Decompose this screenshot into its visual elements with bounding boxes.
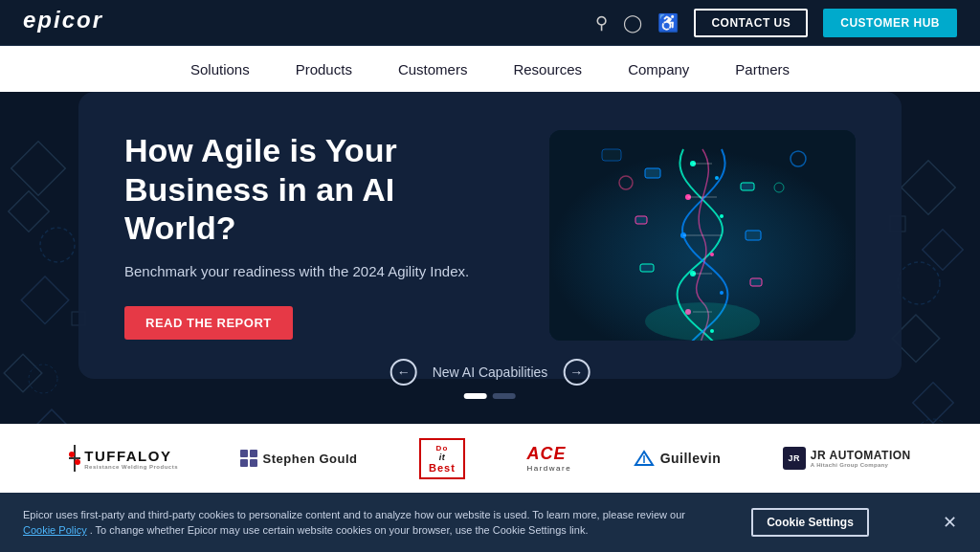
carousel-dots (464, 393, 516, 399)
svg-point-26 (720, 291, 724, 295)
carousel-next-button[interactable]: → (563, 359, 590, 386)
svg-rect-44 (602, 149, 621, 161)
svg-rect-35 (750, 278, 762, 286)
hero-title: How Agile is Your Business in an AI Worl… (124, 131, 511, 248)
svg-rect-32 (635, 216, 647, 224)
header: epicor ⚲ ◯ ♿ CONTACT US CUSTOMER HUB (0, 0, 980, 46)
hero-section: How Agile is Your Business in an AI Worl… (78, 92, 902, 379)
globe-icon[interactable]: ◯ (623, 12, 642, 33)
header-icons: ⚲ ◯ ♿ CONTACT US CUSTOMER HUB (595, 9, 957, 37)
read-report-button[interactable]: READ THE REPORT (124, 306, 293, 340)
carousel-section: ← New AI Capabilities → (390, 359, 590, 399)
nav-item-partners[interactable]: Partners (731, 46, 793, 92)
hero-card: How Agile is Your Business in an AI Worl… (78, 92, 902, 379)
carousel-dot-inactive[interactable] (493, 393, 516, 399)
svg-point-46 (645, 302, 760, 341)
svg-rect-52 (250, 450, 257, 457)
logo-text: epicor (23, 14, 128, 38)
svg-rect-34 (640, 264, 654, 272)
logo: epicor (23, 7, 128, 39)
svg-point-10 (40, 228, 75, 262)
svg-rect-6 (902, 161, 956, 215)
customer-hub-button[interactable]: CUSTOMER HUB (823, 9, 957, 37)
svg-point-22 (720, 214, 724, 218)
logo-do-it-best: Do it Best (419, 438, 465, 479)
svg-text:epicor: epicor (23, 7, 103, 33)
svg-rect-33 (746, 231, 761, 240)
svg-rect-3 (21, 276, 68, 323)
cookie-policy-link[interactable]: Cookie Policy (23, 524, 87, 536)
nav-item-company[interactable]: Company (624, 46, 693, 92)
nav-item-customers[interactable]: Customers (394, 46, 472, 92)
svg-rect-31 (741, 183, 754, 190)
carousel-controls: ← New AI Capabilities → (390, 359, 590, 386)
logo-guillevin: Guillevin (634, 450, 722, 467)
svg-point-11 (898, 262, 940, 304)
logo-tuffaloy: TUFFALOY Resistance Welding Products (69, 445, 178, 472)
logo-stephen-gould: Stephen Gould (240, 450, 358, 467)
contact-us-button[interactable]: CONTACT US (694, 9, 808, 37)
cookie-settings-button[interactable]: Cookie Settings (751, 508, 869, 537)
svg-point-20 (715, 176, 719, 180)
cookie-text: Epicor uses first-party and third-party … (23, 507, 693, 539)
nav-item-products[interactable]: Products (292, 46, 356, 92)
logo-jr-automation: JR JR AUTOMATION A Hitachi Group Company (783, 447, 911, 470)
hero-subtitle: Benchmark your readiness with the 2024 A… (124, 263, 511, 279)
svg-rect-1 (11, 142, 66, 196)
search-icon[interactable]: ⚲ (595, 12, 608, 33)
carousel-prev-button[interactable]: ← (390, 359, 417, 386)
nav-item-solutions[interactable]: Solutions (187, 46, 254, 92)
carousel-dot-active[interactable] (464, 393, 487, 399)
hero-image (549, 130, 856, 341)
cookie-banner: Epicor uses first-party and third-party … (0, 493, 980, 552)
svg-rect-53 (240, 459, 248, 467)
main-nav: Solutions Products Customers Resources C… (0, 46, 980, 92)
svg-rect-30 (645, 168, 660, 178)
svg-rect-4 (4, 354, 42, 392)
svg-rect-2 (9, 191, 49, 232)
svg-rect-51 (240, 450, 248, 457)
svg-point-50 (75, 459, 80, 465)
carousel-label: New AI Capabilities (433, 364, 548, 380)
svg-rect-9 (913, 383, 953, 423)
cookie-close-button[interactable]: ✕ (943, 512, 957, 533)
svg-point-12 (29, 364, 57, 393)
logos-bar: TUFFALOY Resistance Welding Products Ste… (0, 424, 980, 493)
svg-rect-54 (250, 459, 257, 467)
svg-point-49 (69, 452, 75, 457)
svg-point-24 (710, 253, 714, 256)
logo-ace-hardware: ACE Hardware (526, 444, 571, 473)
accessibility-icon[interactable]: ♿ (657, 12, 679, 33)
nav-item-resources[interactable]: Resources (509, 46, 586, 92)
hero-content: How Agile is Your Business in an AI Worl… (124, 131, 511, 340)
svg-rect-7 (923, 230, 963, 270)
